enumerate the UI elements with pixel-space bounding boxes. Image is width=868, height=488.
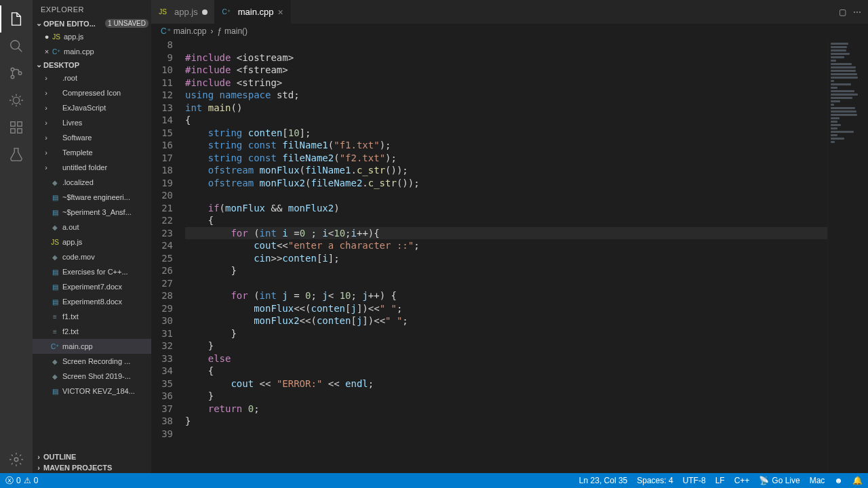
svg-rect-5 xyxy=(11,122,15,126)
status-encoding[interactable]: UTF-8 xyxy=(683,476,706,485)
status-bar: ⓧ 0 ⚠ 0 Ln 23, Col 35 Spaces: 4 UTF-8 LF… xyxy=(0,473,868,488)
minimap[interactable] xyxy=(827,39,868,473)
status-lang[interactable]: C++ xyxy=(734,476,750,485)
svg-rect-8 xyxy=(18,129,22,133)
outline-header[interactable]: ›OUTLINE xyxy=(33,451,151,462)
chevron-right-icon: › xyxy=(42,163,50,171)
chevron-right-icon: › xyxy=(42,74,50,82)
tree-item[interactable]: C⁺main.cpp xyxy=(33,339,151,354)
activity-search[interactable] xyxy=(0,33,33,60)
activity-explorer[interactable] xyxy=(0,5,33,33)
tree-item[interactable]: ≡f1.txt xyxy=(33,309,151,324)
status-lncol[interactable]: Ln 23, Col 35 xyxy=(579,476,627,485)
chevron-down-icon: ⌄ xyxy=(35,60,42,69)
activity-extensions[interactable] xyxy=(0,114,33,141)
tree-item[interactable]: ›.root xyxy=(33,70,151,85)
tabs-bar: JSapp.jsC⁺main.cpp× ▢ ⋯ xyxy=(151,0,868,24)
status-bell-icon[interactable]: 🔔 xyxy=(852,476,863,485)
svg-point-4 xyxy=(13,97,19,103)
tree-item[interactable]: ▤~$periment 3_Ansf... xyxy=(33,205,151,220)
doc-icon: ▤ xyxy=(50,386,60,396)
activity-testing[interactable] xyxy=(0,141,33,168)
close-icon[interactable]: × xyxy=(277,7,283,18)
js-icon: JS xyxy=(52,32,61,41)
svg-point-9 xyxy=(14,458,18,462)
maven-header[interactable]: ›MAVEN PROJECTS xyxy=(33,462,151,473)
split-editor-icon[interactable]: ▢ xyxy=(839,7,846,17)
editor-area: JSapp.jsC⁺main.cpp× ▢ ⋯ C⁺main.cpp›ƒmain… xyxy=(151,0,868,473)
tab-main-cpp[interactable]: C⁺main.cpp× xyxy=(215,0,291,24)
tree-item[interactable]: ▤Experiment7.docx xyxy=(33,279,151,294)
gen-icon: ◆ xyxy=(50,178,60,187)
tree-item[interactable]: ›untitled folder xyxy=(33,160,151,175)
open-editor-item[interactable]: ×C⁺main.cpp xyxy=(33,44,151,59)
sidebar-title: EXPLORER xyxy=(33,0,151,18)
code-editor[interactable]: 8910111213141516171819202122232425262728… xyxy=(151,39,868,473)
chevron-right-icon: › xyxy=(35,453,42,461)
tree-item[interactable]: ›Templete xyxy=(33,145,151,160)
cpp-icon: C⁺ xyxy=(52,47,61,56)
tree-item[interactable]: ›Software xyxy=(33,130,151,145)
func-icon: ƒ xyxy=(217,26,222,36)
tree-item[interactable]: ≡f2.txt xyxy=(33,324,151,339)
gen-icon: ◆ xyxy=(50,252,60,262)
status-spaces[interactable]: Spaces: 4 xyxy=(637,476,673,485)
doc-icon: ▤ xyxy=(50,297,60,306)
chevron-right-icon: › xyxy=(42,89,50,97)
txt-icon: ≡ xyxy=(50,327,60,336)
cpp-icon: C⁺ xyxy=(222,7,231,17)
tree-item[interactable]: ◆.localized xyxy=(33,175,151,190)
code-content[interactable]: #include <iostream>#include <fstream>#in… xyxy=(185,39,827,473)
tree-item[interactable]: ◆code.mov xyxy=(33,249,151,264)
gen-icon: ◆ xyxy=(50,371,60,381)
open-editors-list: ●JSapp.js×C⁺main.cpp xyxy=(33,29,151,59)
tabs-actions: ▢ ⋯ xyxy=(832,0,868,24)
file-tree: ›.root›Compressed Icon›ExJavaScript›Livr… xyxy=(33,70,151,399)
svg-rect-7 xyxy=(11,129,15,133)
chevron-right-icon: › xyxy=(42,134,50,142)
tree-item[interactable]: JSapp.js xyxy=(33,235,151,249)
doc-icon: ▤ xyxy=(50,192,60,202)
breadcrumb-item[interactable]: C⁺main.cpp xyxy=(161,26,206,36)
tree-item[interactable]: ▤~$ftware engineeri... xyxy=(33,190,151,205)
status-eol[interactable]: LF xyxy=(715,476,725,485)
tree-item[interactable]: ◆Screen Recording ... xyxy=(33,354,151,369)
status-feedback-icon[interactable]: ☻ xyxy=(834,476,843,485)
tree-item[interactable]: ◆a.out xyxy=(33,220,151,235)
open-editor-item[interactable]: ●JSapp.js xyxy=(33,29,151,44)
activity-debug[interactable] xyxy=(0,87,33,114)
tree-item[interactable]: ◆Screen Shot 2019-... xyxy=(33,369,151,384)
gen-icon: ◆ xyxy=(50,222,60,232)
cpp-icon: C⁺ xyxy=(50,342,60,351)
tree-item[interactable]: ▤VICTOR KEVZ_184... xyxy=(33,384,151,399)
svg-point-2 xyxy=(11,75,14,79)
tree-item[interactable]: ▤Experiment8.docx xyxy=(33,294,151,309)
tree-item[interactable]: ›Compressed Icon xyxy=(33,85,151,100)
folder-icon xyxy=(50,163,60,172)
tree-item[interactable]: ›ExJavaScript xyxy=(33,100,151,115)
breadcrumb[interactable]: C⁺main.cpp›ƒmain() xyxy=(151,24,868,39)
sidebar: EXPLORER ⌄ OPEN EDITO... 1 UNSAVED ●JSap… xyxy=(33,0,151,473)
chevron-right-icon: › xyxy=(42,104,50,112)
more-actions-icon[interactable]: ⋯ xyxy=(853,7,861,17)
status-os[interactable]: Mac xyxy=(810,476,825,485)
js-icon: JS xyxy=(158,7,167,17)
status-golive[interactable]: 📡 Go Live xyxy=(759,476,800,485)
activity-settings[interactable] xyxy=(0,446,33,473)
workspace-header[interactable]: ⌄ DESKTOP xyxy=(33,59,151,70)
tree-item[interactable]: ›Livres xyxy=(33,115,151,130)
chevron-right-icon: › xyxy=(42,148,50,157)
open-editors-header[interactable]: ⌄ OPEN EDITO... 1 UNSAVED xyxy=(33,18,151,29)
tree-item[interactable]: ▤Exercises for C++... xyxy=(33,264,151,279)
svg-point-1 xyxy=(11,68,14,71)
status-errors[interactable]: ⓧ 0 ⚠ 0 xyxy=(5,475,38,487)
chevron-down-icon: ⌄ xyxy=(35,19,42,28)
activity-source-control[interactable] xyxy=(0,60,33,87)
tab-app-js[interactable]: JSapp.js xyxy=(151,0,215,24)
folder-icon xyxy=(50,133,60,142)
breadcrumb-item[interactable]: ƒmain() xyxy=(217,26,248,36)
unsaved-badge: 1 UNSAVED xyxy=(105,19,149,28)
doc-icon: ▤ xyxy=(50,267,60,277)
doc-icon: ▤ xyxy=(50,282,60,291)
svg-point-0 xyxy=(11,41,20,49)
